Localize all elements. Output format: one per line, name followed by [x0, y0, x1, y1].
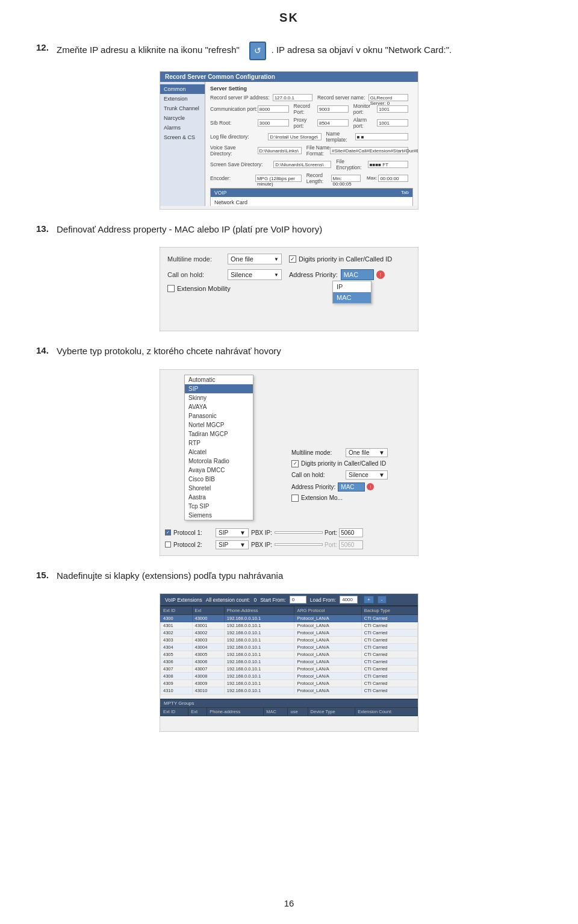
name-template-input[interactable]: ■ ■ — [355, 133, 408, 140]
protocol1-checkbox[interactable]: ✓ — [165, 529, 171, 535]
proto-skinny[interactable]: Skinny — [185, 393, 253, 402]
proto-avaya[interactable]: AVAYA — [185, 402, 253, 411]
dropdown-item-ip[interactable]: IP — [333, 281, 371, 292]
extension-mobility-checkbox[interactable] — [167, 285, 175, 292]
alarm-port-input[interactable]: 1001 — [377, 119, 408, 126]
max-len-input[interactable]: 00:00:00 — [378, 175, 408, 182]
record-port-input[interactable]: 9003 — [317, 105, 349, 113]
table-row[interactable]: 4304 43004 192.168.0.0.10.1 Protocol_LAN… — [161, 644, 418, 651]
table-row[interactable]: 4300 43000 192.168.0.0.10.1 Protocol_LAN… — [161, 615, 418, 622]
sidebar-narcycle[interactable]: Narcycle — [160, 113, 205, 123]
proto-panasonic[interactable]: Panasonic — [185, 411, 253, 420]
pbx-ip-label-1: PBX IP: — [251, 529, 272, 536]
call-hold-select-2[interactable]: Silence ▼ — [346, 470, 388, 479]
address-priority-label: Address Priority: — [289, 271, 338, 278]
screenshot-extensions: VoIP Extensions All extension count: 0 S… — [160, 593, 418, 732]
screen-dir-input[interactable]: D:\Niunards\LScreens\ — [273, 161, 331, 168]
proto-tadiran[interactable]: Tadiran MGCP — [185, 429, 253, 439]
protocol2-select[interactable]: SIP ▼ — [216, 540, 249, 549]
table-row[interactable]: 4306 43006 192.168.0.0.10.1 Protocol_LAN… — [161, 658, 418, 666]
address-priority-select[interactable]: MAC — [341, 269, 374, 280]
remove-btn[interactable]: - — [378, 596, 387, 604]
port-input-2[interactable]: 5060 — [339, 540, 363, 549]
multiline-select[interactable]: One file ▼ — [228, 254, 282, 264]
proto-sip-selected[interactable]: SIP — [185, 384, 253, 393]
pbx-ip-input-2[interactable] — [275, 543, 323, 546]
proto-siemens[interactable]: Siemens — [185, 511, 253, 520]
port-input-1[interactable]: 5060 — [339, 528, 363, 537]
addr-priority-select-2[interactable]: MAC — [338, 482, 365, 492]
rs-main-panel: Server Setting Record server IP address:… — [205, 82, 418, 206]
table-row[interactable]: 4301 43001 192.168.0.0.10.1 Protocol_LAN… — [161, 622, 418, 629]
sidebar-screen[interactable]: Screen & CS — [160, 133, 205, 142]
server-ip-input[interactable]: 127.0.0.1 — [273, 94, 312, 101]
load-from-input[interactable]: 4000 — [340, 596, 358, 604]
proto-rtp[interactable]: RTP — [185, 439, 253, 448]
protocol1-select[interactable]: SIP ▼ — [216, 528, 249, 537]
protocol2-row: Protocol 2: SIP ▼ PBX IP: Port: 5060 — [165, 540, 413, 549]
comm-port-input[interactable]: 8000 — [258, 105, 289, 113]
proto-automatic[interactable]: Automatic — [185, 375, 253, 384]
sib-input[interactable]: 3000 — [258, 119, 289, 126]
ml-mode-select-2[interactable]: One file ▼ — [346, 448, 388, 457]
right-panel: Multiline mode: One file ▼ ✓ Digits prio… — [291, 448, 412, 504]
monitor-port-input[interactable]: 1001 — [377, 105, 408, 113]
step-13-text: Definovať Address property - MAC alebo I… — [57, 223, 542, 237]
add-btn[interactable]: + — [364, 596, 374, 604]
encrypt-input[interactable]: ■■■■ FT — [368, 161, 408, 168]
proto-aastra[interactable]: Aastra — [185, 493, 253, 502]
proto-alcatel[interactable]: Alcatel — [185, 448, 253, 457]
server-name-input[interactable]: GLRecord Server: 0 — [368, 94, 408, 101]
col-header-ext: Ext — [192, 607, 224, 615]
proxy-port-input[interactable]: 8504 — [317, 119, 349, 126]
address-priority-container: Address Priority: MAC ! — [289, 269, 385, 280]
start-from-input[interactable]: 0 — [290, 596, 306, 604]
call-on-hold-select[interactable]: Silence ▼ — [228, 269, 282, 280]
ext-count-label: All extension count: — [206, 597, 250, 603]
digits-checkbox-2[interactable]: ✓ — [291, 460, 299, 467]
ext-table: Ext ID Ext Phone-Address ARG Protocol Ba… — [160, 606, 418, 695]
multiline-dropdown-icon: ▼ — [274, 257, 279, 262]
protocol2-checkbox[interactable] — [165, 542, 171, 548]
proto-tcpsip[interactable]: Tcp SIP — [185, 502, 253, 511]
voice-dir-input[interactable]: D:\Niunards\Links\ — [258, 147, 302, 154]
proto-nortel[interactable]: Nortel MGCP — [185, 420, 253, 429]
ml-mode-label-2: Multiline mode: — [291, 449, 346, 456]
ext-table-area: Ext ID Ext Phone-Address ARG Protocol Ba… — [160, 606, 418, 699]
step-13-row: 13. Definovať Address property - MAC ale… — [36, 223, 542, 237]
table-row[interactable]: 4305 43005 192.168.0.0.10.1 Protocol_LAN… — [161, 651, 418, 658]
step-14-number: 14. — [36, 345, 57, 355]
table-row[interactable]: 4302 43002 192.168.0.0.10.1 Protocol_LAN… — [161, 629, 418, 637]
table-row[interactable]: 4309 43009 192.168.0.0.10.1 Protocol_LAN… — [161, 680, 418, 687]
proto-shoretel[interactable]: Shoretel — [185, 484, 253, 493]
protocol2-label: Protocol 2: — [173, 542, 216, 548]
record-len-input[interactable]: Min: 00:00:05 — [331, 175, 361, 182]
mpty-label: MPTY Groups — [164, 701, 194, 706]
proto-motorola[interactable]: Motorola Radio — [185, 457, 253, 466]
voip-tab-btn[interactable]: Tab — [401, 190, 409, 196]
sidebar-alarms[interactable]: Alarms — [160, 123, 205, 133]
refresh-icon: ↺ — [254, 46, 261, 55]
log-dir-input[interactable]: D:\Install Use Storage\ — [268, 133, 321, 140]
col-header-extid: Ext ID — [161, 607, 193, 615]
sidebar-trunk[interactable]: Trunk Channel — [160, 104, 205, 113]
file-format-input[interactable]: #Site#Date#Call#Extension#Start#Dur#Et..… — [330, 147, 408, 154]
encoder-input[interactable]: MPG (128bps per minute) — [255, 175, 302, 182]
table-row[interactable]: 4303 43003 192.168.0.0.10.1 Protocol_LAN… — [161, 637, 418, 644]
refresh-icon-btn[interactable]: ↺ — [249, 42, 266, 60]
sidebar-extension[interactable]: Extension — [160, 94, 205, 104]
pbx-ip-input-1[interactable] — [275, 531, 323, 534]
ext-mobility-checkbox-2[interactable] — [291, 495, 299, 502]
proto-avaya-dmcc[interactable]: Avaya DMCC — [185, 466, 253, 475]
step-12-text: Zmeňte IP adresu a kliknite na ikonu "re… — [57, 42, 542, 60]
proto-cisco[interactable]: Cisco BIB — [185, 475, 253, 484]
call-on-hold-label: Call on hold: — [167, 271, 228, 278]
dropdown-item-mac[interactable]: MAC — [333, 292, 371, 303]
digits-priority-checkbox[interactable] — [289, 255, 296, 263]
table-row[interactable]: 4310 43010 192.168.0.0.10.1 Protocol_LAN… — [161, 687, 418, 695]
table-row[interactable]: 4307 43007 192.168.0.0.10.1 Protocol_LAN… — [161, 666, 418, 673]
mpty-col-phone: Phone-address — [207, 708, 264, 716]
table-row[interactable]: 4308 43008 192.168.0.0.10.1 Protocol_LAN… — [161, 673, 418, 680]
sidebar-common[interactable]: Common — [160, 84, 205, 94]
rs-title: Record Server Common Configuration — [160, 72, 418, 82]
